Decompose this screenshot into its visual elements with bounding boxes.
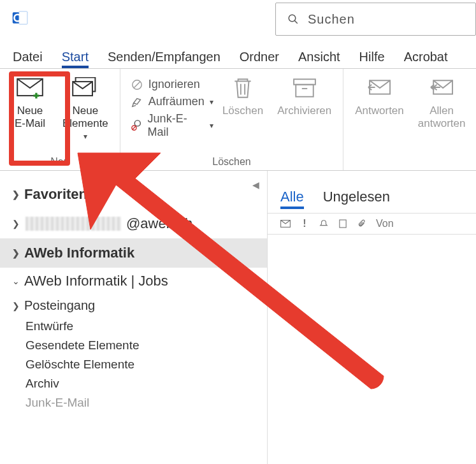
svg-point-4 (289, 15, 296, 22)
account-domain: @aweb.ch (126, 215, 192, 232)
cleanup-button[interactable]: Aufräumen ▾ (131, 95, 213, 108)
collapse-sidebar-icon[interactable]: ◀ (252, 180, 259, 190)
new-email-label-1: Neue (17, 105, 43, 117)
trash-icon (229, 75, 257, 101)
chevron-down-icon: ▾ (210, 98, 213, 106)
tab-hilfe[interactable]: Hilfe (359, 50, 385, 68)
new-items-label-2: Elemente (62, 117, 108, 129)
reply-button[interactable]: Antworten (350, 73, 409, 155)
folder-junk[interactable]: Junk-E-Mail (11, 393, 261, 412)
reply-all-label-1: Allen (429, 105, 454, 117)
ribbon-group-label-loeschen: Löschen (120, 156, 343, 168)
folder-sidebar: ◀ ❯Favoriten ❯@aweb.ch ❯AWeb Informatik … (0, 171, 268, 464)
delete-button[interactable]: Löschen (217, 73, 268, 155)
cleanup-label: Aufräumen (148, 95, 205, 108)
reply-all-icon (428, 75, 456, 101)
folder-geloeschte[interactable]: Gelöschte Elemente (11, 355, 261, 374)
ribbon-tabs: Datei Start Senden/Empfangen Ordner Ansi… (0, 38, 476, 69)
folder-junk-label: Junk-E-Mail (25, 396, 89, 410)
folder-gesendete-label: Gesendete Elemente (25, 338, 140, 352)
chevron-right-icon: ❯ (11, 248, 20, 258)
junk-button[interactable]: Junk-E-Mail ▾ (131, 112, 213, 139)
tab-datei[interactable]: Datei (13, 50, 43, 68)
header-importance-icon[interactable]: ! (299, 219, 310, 229)
svg-line-15 (133, 126, 136, 129)
folder-archiv[interactable]: Archiv (11, 374, 261, 393)
chevron-down-icon: ▾ (83, 132, 87, 141)
header-envelope-icon[interactable] (280, 219, 291, 229)
favorites-label: Favoriten (24, 186, 87, 203)
header-reminder-icon[interactable] (319, 219, 329, 229)
ignore-button[interactable]: Ignorieren (131, 78, 213, 91)
chevron-right-icon: ❯ (11, 301, 20, 311)
ignore-label: Ignorieren (148, 78, 200, 91)
new-items-icon (71, 75, 99, 101)
svg-rect-24 (340, 220, 346, 228)
message-list-pane: Alle Ungelesen ! Von (268, 171, 476, 464)
tab-ordner[interactable]: Ordner (240, 50, 279, 68)
new-email-label-2: E-Mail (15, 117, 45, 129)
tree-header-label: AWeb Informatik | Jobs (24, 273, 168, 289)
search-placeholder: Suchen (308, 12, 355, 27)
tab-start[interactable]: Start (62, 50, 89, 68)
svg-rect-19 (296, 85, 313, 97)
account-name-redacted (25, 217, 121, 231)
main-area: ◀ ❯Favoriten ❯@aweb.ch ❯AWeb Informatik … (0, 171, 476, 464)
outlook-logo-icon (11, 9, 29, 29)
folder-gesendete[interactable]: Gesendete Elemente (11, 336, 261, 355)
chevron-right-icon: ❯ (11, 219, 20, 229)
ribbon-group-label-neu: Neu (0, 156, 120, 168)
chevron-right-icon: ❯ (11, 189, 20, 199)
new-email-icon (16, 75, 44, 101)
search-box[interactable]: Suchen (275, 3, 476, 36)
junk-label: Junk-E-Mail (148, 112, 205, 139)
ribbon-group-neu: NeueE-Mail NeueElemente ▾ Neu (0, 69, 120, 170)
reply-icon (365, 75, 393, 101)
new-items-label-1: Neue (73, 105, 99, 117)
header-von[interactable]: Von (376, 218, 463, 229)
ribbon-group-loeschen: Ignorieren Aufräumen ▾ Junk-E-Mail ▾ Lös… (120, 69, 343, 170)
folder-tree: ⌄AWeb Informatik | Jobs ❯Posteingang Ent… (0, 268, 267, 412)
reply-all-button[interactable]: Allenantworten (413, 73, 471, 155)
new-email-button[interactable]: NeueE-Mail (6, 73, 54, 155)
reply-all-label-2: antworten (418, 117, 466, 129)
junk-icon (131, 119, 143, 132)
svg-line-5 (294, 20, 298, 24)
svg-point-13 (135, 120, 141, 126)
chevron-down-icon: ⌄ (11, 276, 20, 286)
new-items-button[interactable]: NeueElemente ▾ (57, 73, 113, 155)
header-icon-col[interactable] (338, 219, 348, 229)
delete-label: Löschen (222, 105, 263, 117)
list-header: ! Von (268, 213, 476, 235)
tab-ansicht[interactable]: Ansicht (298, 50, 340, 68)
folder-entwuerfe[interactable]: Entwürfe (11, 317, 261, 336)
archive-label: Archivieren (277, 105, 331, 117)
archive-icon (291, 75, 319, 101)
folder-posteingang-label: Posteingang (24, 298, 95, 313)
search-icon (287, 13, 299, 25)
cleanup-icon (131, 96, 143, 108)
ribbon: NeueE-Mail NeueElemente ▾ Neu Ignorieren… (0, 69, 476, 171)
account-aweb-informatik[interactable]: ❯AWeb Informatik (0, 238, 267, 268)
account-row[interactable]: ❯@aweb.ch (0, 209, 267, 238)
archive-button[interactable]: Archivieren (272, 73, 336, 155)
filter-ungelesen[interactable]: Ungelesen (323, 189, 390, 209)
folder-posteingang[interactable]: ❯Posteingang (11, 294, 261, 317)
tree-header[interactable]: ⌄AWeb Informatik | Jobs (11, 268, 261, 294)
ignore-icon (131, 78, 143, 91)
folder-geloeschte-label: Gelöschte Elemente (25, 358, 134, 372)
header-attachment-icon[interactable] (357, 219, 367, 229)
svg-line-12 (134, 82, 140, 87)
favorites-header[interactable]: ❯Favoriten (0, 180, 267, 209)
folder-archiv-label: Archiv (25, 377, 59, 391)
tab-acrobat[interactable]: Acrobat (404, 50, 448, 68)
account-aweb-label: AWeb Informatik (24, 245, 134, 261)
tab-senden-empfangen[interactable]: Senden/Empfangen (108, 50, 220, 68)
ribbon-group-reply: Antworten Allenantworten (343, 69, 476, 170)
folder-entwuerfe-label: Entwürfe (25, 319, 73, 333)
filter-tabs: Alle Ungelesen (268, 189, 476, 213)
svg-rect-18 (294, 79, 315, 84)
filter-alle[interactable]: Alle (280, 189, 304, 209)
delete-menu-column: Ignorieren Aufräumen ▾ Junk-E-Mail ▾ (127, 73, 217, 155)
chevron-down-icon: ▾ (210, 121, 213, 130)
